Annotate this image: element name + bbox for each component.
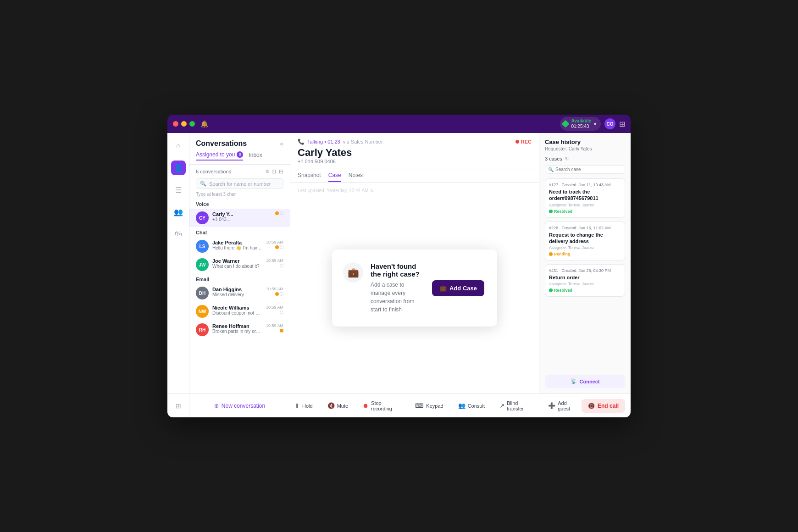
search-input[interactable] (209, 181, 279, 187)
status-timer: 01:25:43 (571, 124, 591, 129)
sidebar-icons: ⌂ 👤 ☰ 👥 🛍 (167, 133, 189, 393)
conv-meta-nicole: 10:59 AM (266, 305, 283, 314)
cases-refresh-icon[interactable]: ↻ (565, 156, 569, 161)
priority-indicator (275, 245, 279, 249)
case-content: Last updated: Yesterday, 10:44 AM ↻ 💼 Ha… (290, 183, 539, 393)
stop-recording-button[interactable]: ⏺ Stop recording (359, 399, 404, 413)
bell-icon[interactable]: 🔔 (200, 120, 208, 127)
conv-info-nicole: Nicole Williams Discount coupon not work… (212, 305, 262, 316)
conv-item-joe[interactable]: JW Joe Warner What can I do about it? 10… (189, 255, 290, 274)
contact-phone: +1 014 509 0406 (298, 159, 532, 164)
user-avatar[interactable]: CO (604, 118, 615, 129)
conv-item-dan[interactable]: DH Dan Higgins Missed delivery 10:59 AM (189, 284, 290, 302)
hold-button[interactable]: ⏸ Hold (290, 400, 316, 411)
sort-icon[interactable]: ≡ (266, 168, 269, 175)
status-badge[interactable]: Available 01:25:43 ▾ (560, 117, 601, 131)
conv-item-jake[interactable]: LS Jake Peralta Hello there 👋 I'm having… (189, 237, 290, 255)
cases-row: 3 cases ↻ (545, 156, 625, 161)
tab-case[interactable]: Case (328, 172, 341, 182)
conv-time-nicole: 10:59 AM (266, 305, 283, 310)
conv-item-carly[interactable]: CY Carly Y... +1 043... (189, 209, 290, 227)
requester-text: Requester: Carly Yates (545, 146, 625, 151)
conv-header: Conversations « (189, 133, 290, 151)
conv-tabs: Assigned to you 8 Inbox (189, 151, 290, 165)
avatar-joe: JW (196, 258, 209, 271)
conv-name-dan: Dan Higgins (212, 287, 262, 292)
rec-badge: REC (515, 139, 532, 144)
tab-snapshot[interactable]: Snapshot (298, 172, 321, 182)
priority-indicator (275, 211, 279, 215)
priority-indicator (280, 329, 283, 332)
sidebar-item-home[interactable]: ⌂ (171, 139, 186, 153)
phone-icon: 📞 (298, 139, 305, 145)
blind-transfer-button[interactable]: ↗ Blind transfer (496, 399, 537, 413)
avatar-nicole: NW (196, 305, 209, 318)
conv-info-joe: Joe Warner What can I do about it? (212, 258, 262, 269)
modal-title: Haven't found the right case? (371, 262, 425, 278)
conv-time-joe: 10:59 AM (266, 258, 283, 263)
via-text: via Sales Number (343, 139, 383, 144)
tab-inbox[interactable]: Inbox (249, 151, 262, 161)
grid-menu-icon[interactable]: ⊞ (619, 120, 625, 128)
maximize-button[interactable] (189, 121, 195, 127)
view-icon[interactable]: ⊡ (272, 168, 276, 175)
conv-item-renee[interactable]: RH Renee Hoffman Broken parts in my orde… (189, 321, 290, 339)
conv-info-renee: Renee Hoffman Broken parts in my order (212, 323, 262, 334)
add-guest-button[interactable]: ➕ Add guest (544, 399, 582, 413)
conv-time-jake: 10:59 AM (266, 240, 283, 244)
close-button[interactable] (173, 121, 178, 127)
tab-assigned-to-you[interactable]: Assigned to you 8 (196, 151, 243, 161)
case-item-226[interactable]: #226 · Created: Jan 16, 11:02 AM Request… (545, 222, 625, 261)
conv-preview-jake: Hello there 👋 I'm having trouble (212, 245, 262, 250)
status-indicator (280, 211, 283, 215)
keypad-button[interactable]: ⌨ Keypad (411, 400, 447, 411)
sidebar-item-store[interactable]: 🛍 (171, 227, 186, 241)
conversations-title: Conversations (196, 139, 247, 148)
sidebar-item-conversations[interactable]: 👤 (171, 161, 186, 175)
main-panel: 📞 Talking • 01:23 via Sales Number REC C… (290, 133, 539, 393)
consult-button[interactable]: 👥 Consult (454, 400, 488, 411)
contact-name: Carly Yates (298, 147, 532, 159)
tab-notes[interactable]: Notes (349, 172, 363, 182)
conv-indicators-jake (275, 245, 283, 249)
stop-recording-icon: ⏺ (363, 402, 369, 409)
avatar-renee: RH (196, 323, 209, 336)
case-meta-226: #226 · Created: Jan 16, 11:02 AM (549, 226, 621, 230)
status-green-icon-431 (549, 288, 553, 292)
conv-meta-dan: 10:59 AM (266, 287, 283, 296)
type-hint: Type at least 3 char (189, 192, 290, 199)
conv-indicators (275, 211, 283, 215)
new-conversation-button[interactable]: ⊕ New conversation (189, 394, 290, 417)
conv-time-dan: 10:59 AM (266, 287, 283, 291)
mute-button[interactable]: 🔇 Mute (324, 400, 352, 411)
case-assignee-127: Assignee: Teresa Juarez (549, 203, 621, 207)
conv-name-joe: Joe Warner (212, 258, 262, 264)
conversations-panel: Conversations « Assigned to you 8 Inbox … (189, 133, 290, 393)
sidebar-item-contacts[interactable]: 👥 (171, 205, 186, 219)
bottom-grid-icon[interactable]: ⊞ (167, 394, 189, 417)
conv-sort-icons: ≡ ⊡ ⊟ (266, 168, 283, 175)
sidebar-item-tasks[interactable]: ☰ (171, 183, 186, 197)
end-call-icon: 📵 (588, 403, 595, 409)
search-icon: 🔍 (200, 181, 206, 187)
case-status-431: Resolved (549, 288, 621, 293)
connect-button[interactable]: 📡 Connect (545, 375, 625, 388)
conv-preview-carly: +1 043... (212, 217, 272, 222)
case-history-title: Case history (545, 139, 625, 145)
conv-meta-carly (275, 211, 283, 215)
case-status-127: Resolved (549, 209, 621, 214)
case-search-input[interactable] (555, 167, 622, 172)
bottom-bar: ⊞ ⊕ New conversation ⏸ Hold 🔇 Mute ⏺ Sto… (167, 393, 631, 417)
avatar-dan: DH (196, 287, 209, 299)
add-case-button[interactable]: 💼 Add Case (432, 280, 484, 296)
case-subject-127: Need to track the order#098745679011 (549, 188, 621, 202)
conv-name-nicole: Nicole Williams (212, 305, 262, 310)
case-item-431[interactable]: #431 · Created: Jan 26, 04:30 PM Return … (545, 264, 625, 297)
collapse-button[interactable]: « (280, 140, 283, 147)
conv-name-renee: Renee Hoffman (212, 323, 262, 329)
end-call-button[interactable]: 📵 End call (582, 399, 625, 413)
filter-icon[interactable]: ⊟ (279, 168, 283, 175)
conv-item-nicole[interactable]: NW Nicole Williams Discount coupon not w… (189, 302, 290, 321)
minimize-button[interactable] (181, 121, 187, 127)
case-item-127[interactable]: #127 · Created: Jan 11, 10:43 AM Need to… (545, 178, 625, 218)
